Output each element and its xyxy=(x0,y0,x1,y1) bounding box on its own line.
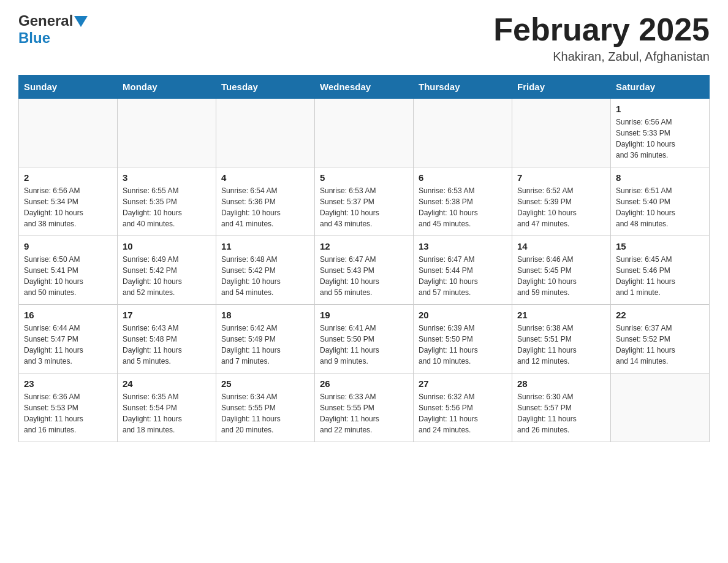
day-number: 27 xyxy=(419,378,507,389)
day-number: 21 xyxy=(517,310,605,320)
day-info: Sunrise: 6:47 AM Sunset: 5:44 PM Dayligh… xyxy=(419,254,507,298)
table-row: 13Sunrise: 6:47 AM Sunset: 5:44 PM Dayli… xyxy=(414,236,512,305)
day-number: 17 xyxy=(123,310,211,320)
table-row: 9Sunrise: 6:50 AM Sunset: 5:41 PM Daylig… xyxy=(19,236,118,305)
day-number: 6 xyxy=(419,172,507,183)
table-row: 16Sunrise: 6:44 AM Sunset: 5:47 PM Dayli… xyxy=(19,305,118,373)
day-number: 23 xyxy=(24,378,112,389)
day-number: 9 xyxy=(24,241,112,251)
page-header: General Blue February 2025 Khakiran, Zab… xyxy=(18,12,710,64)
logo-general-text: General xyxy=(18,12,73,29)
table-row: 8Sunrise: 6:51 AM Sunset: 5:40 PM Daylig… xyxy=(611,167,710,236)
day-number: 3 xyxy=(123,172,211,183)
table-row: 21Sunrise: 6:38 AM Sunset: 5:51 PM Dayli… xyxy=(512,305,611,373)
table-row: 15Sunrise: 6:45 AM Sunset: 5:46 PM Dayli… xyxy=(611,236,710,305)
logo-blue-text: Blue xyxy=(18,29,50,47)
day-number: 5 xyxy=(320,172,408,183)
day-number: 10 xyxy=(123,241,211,251)
col-sunday: Sunday xyxy=(19,75,118,99)
table-row xyxy=(414,99,512,167)
table-row: 10Sunrise: 6:49 AM Sunset: 5:42 PM Dayli… xyxy=(118,236,216,305)
table-row: 20Sunrise: 6:39 AM Sunset: 5:50 PM Dayli… xyxy=(414,305,512,373)
table-row: 18Sunrise: 6:42 AM Sunset: 5:49 PM Dayli… xyxy=(216,305,315,373)
day-info: Sunrise: 6:42 AM Sunset: 5:49 PM Dayligh… xyxy=(221,323,309,367)
day-number: 12 xyxy=(320,241,408,251)
day-info: Sunrise: 6:32 AM Sunset: 5:56 PM Dayligh… xyxy=(419,391,507,435)
day-info: Sunrise: 6:38 AM Sunset: 5:51 PM Dayligh… xyxy=(517,323,605,367)
day-number: 18 xyxy=(221,310,309,320)
calendar-title: February 2025 xyxy=(493,12,710,47)
day-number: 24 xyxy=(123,378,211,389)
day-number: 19 xyxy=(320,310,408,320)
col-thursday: Thursday xyxy=(414,75,512,99)
day-number: 11 xyxy=(221,241,309,251)
day-info: Sunrise: 6:34 AM Sunset: 5:55 PM Dayligh… xyxy=(221,391,309,435)
table-row: 7Sunrise: 6:52 AM Sunset: 5:39 PM Daylig… xyxy=(512,167,611,236)
day-info: Sunrise: 6:41 AM Sunset: 5:50 PM Dayligh… xyxy=(320,323,408,367)
day-info: Sunrise: 6:53 AM Sunset: 5:38 PM Dayligh… xyxy=(419,185,507,229)
table-row xyxy=(512,99,611,167)
table-row: 24Sunrise: 6:35 AM Sunset: 5:54 PM Dayli… xyxy=(118,373,216,442)
day-info: Sunrise: 6:56 AM Sunset: 5:34 PM Dayligh… xyxy=(24,185,112,229)
table-row xyxy=(611,373,710,442)
table-row xyxy=(315,99,414,167)
day-info: Sunrise: 6:33 AM Sunset: 5:55 PM Dayligh… xyxy=(320,391,408,435)
day-info: Sunrise: 6:30 AM Sunset: 5:57 PM Dayligh… xyxy=(517,391,605,435)
calendar-week-row: 1Sunrise: 6:56 AM Sunset: 5:33 PM Daylig… xyxy=(19,99,710,167)
day-number: 15 xyxy=(616,241,704,251)
table-row: 22Sunrise: 6:37 AM Sunset: 5:52 PM Dayli… xyxy=(611,305,710,373)
table-row: 6Sunrise: 6:53 AM Sunset: 5:38 PM Daylig… xyxy=(414,167,512,236)
table-row: 5Sunrise: 6:53 AM Sunset: 5:37 PM Daylig… xyxy=(315,167,414,236)
day-info: Sunrise: 6:51 AM Sunset: 5:40 PM Dayligh… xyxy=(616,185,704,229)
day-number: 7 xyxy=(517,172,605,183)
day-info: Sunrise: 6:49 AM Sunset: 5:42 PM Dayligh… xyxy=(123,254,211,298)
day-number: 14 xyxy=(517,241,605,251)
logo-triangle-icon xyxy=(74,16,88,27)
day-info: Sunrise: 6:53 AM Sunset: 5:37 PM Dayligh… xyxy=(320,185,408,229)
day-info: Sunrise: 6:39 AM Sunset: 5:50 PM Dayligh… xyxy=(419,323,507,367)
table-row: 25Sunrise: 6:34 AM Sunset: 5:55 PM Dayli… xyxy=(216,373,315,442)
day-number: 16 xyxy=(24,310,112,320)
table-row xyxy=(19,99,118,167)
calendar-header-row: Sunday Monday Tuesday Wednesday Thursday… xyxy=(19,75,710,99)
day-number: 20 xyxy=(419,310,507,320)
day-info: Sunrise: 6:46 AM Sunset: 5:45 PM Dayligh… xyxy=(517,254,605,298)
day-info: Sunrise: 6:56 AM Sunset: 5:33 PM Dayligh… xyxy=(616,117,704,161)
day-info: Sunrise: 6:36 AM Sunset: 5:53 PM Dayligh… xyxy=(24,391,112,435)
calendar-week-row: 23Sunrise: 6:36 AM Sunset: 5:53 PM Dayli… xyxy=(19,373,710,442)
calendar-week-row: 16Sunrise: 6:44 AM Sunset: 5:47 PM Dayli… xyxy=(19,305,710,373)
table-row xyxy=(118,99,216,167)
table-row: 28Sunrise: 6:30 AM Sunset: 5:57 PM Dayli… xyxy=(512,373,611,442)
day-number: 1 xyxy=(616,104,704,114)
calendar-subtitle: Khakiran, Zabul, Afghanistan xyxy=(493,50,710,64)
day-number: 28 xyxy=(517,378,605,389)
day-info: Sunrise: 6:37 AM Sunset: 5:52 PM Dayligh… xyxy=(616,323,704,367)
table-row: 23Sunrise: 6:36 AM Sunset: 5:53 PM Dayli… xyxy=(19,373,118,442)
title-block: February 2025 Khakiran, Zabul, Afghanist… xyxy=(493,12,710,64)
col-saturday: Saturday xyxy=(611,75,710,99)
table-row: 27Sunrise: 6:32 AM Sunset: 5:56 PM Dayli… xyxy=(414,373,512,442)
day-info: Sunrise: 6:47 AM Sunset: 5:43 PM Dayligh… xyxy=(320,254,408,298)
day-info: Sunrise: 6:48 AM Sunset: 5:42 PM Dayligh… xyxy=(221,254,309,298)
calendar-table: Sunday Monday Tuesday Wednesday Thursday… xyxy=(18,75,710,442)
day-info: Sunrise: 6:50 AM Sunset: 5:41 PM Dayligh… xyxy=(24,254,112,298)
day-info: Sunrise: 6:43 AM Sunset: 5:48 PM Dayligh… xyxy=(123,323,211,367)
day-number: 4 xyxy=(221,172,309,183)
day-number: 8 xyxy=(616,172,704,183)
day-number: 13 xyxy=(419,241,507,251)
table-row: 14Sunrise: 6:46 AM Sunset: 5:45 PM Dayli… xyxy=(512,236,611,305)
day-info: Sunrise: 6:45 AM Sunset: 5:46 PM Dayligh… xyxy=(616,254,704,298)
table-row: 3Sunrise: 6:55 AM Sunset: 5:35 PM Daylig… xyxy=(118,167,216,236)
table-row: 11Sunrise: 6:48 AM Sunset: 5:42 PM Dayli… xyxy=(216,236,315,305)
svg-marker-0 xyxy=(74,16,88,27)
col-monday: Monday xyxy=(118,75,216,99)
day-info: Sunrise: 6:35 AM Sunset: 5:54 PM Dayligh… xyxy=(123,391,211,435)
day-info: Sunrise: 6:55 AM Sunset: 5:35 PM Dayligh… xyxy=(123,185,211,229)
calendar-week-row: 9Sunrise: 6:50 AM Sunset: 5:41 PM Daylig… xyxy=(19,236,710,305)
table-row: 26Sunrise: 6:33 AM Sunset: 5:55 PM Dayli… xyxy=(315,373,414,442)
table-row: 1Sunrise: 6:56 AM Sunset: 5:33 PM Daylig… xyxy=(611,99,710,167)
logo: General Blue xyxy=(18,12,88,47)
table-row xyxy=(216,99,315,167)
table-row: 2Sunrise: 6:56 AM Sunset: 5:34 PM Daylig… xyxy=(19,167,118,236)
table-row: 17Sunrise: 6:43 AM Sunset: 5:48 PM Dayli… xyxy=(118,305,216,373)
